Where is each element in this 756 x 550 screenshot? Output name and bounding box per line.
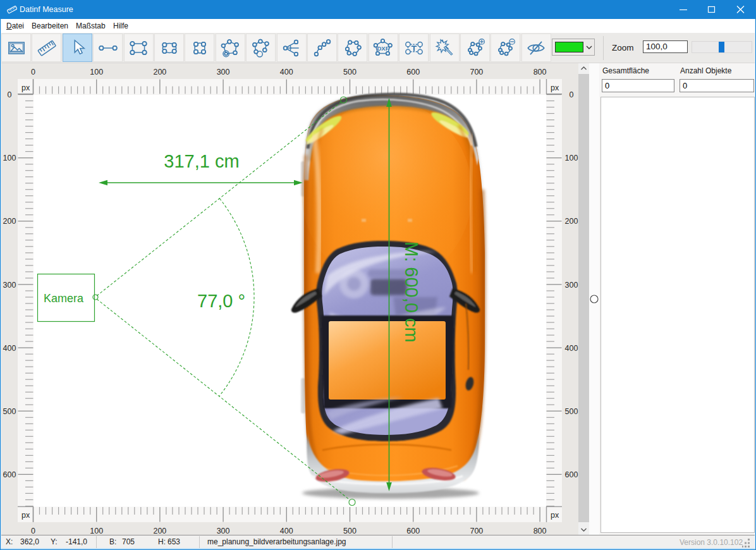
svg-text:300: 300: [217, 68, 230, 76]
svg-text:400: 400: [280, 68, 293, 76]
svg-text:100: 100: [90, 527, 103, 535]
svg-text:px: px: [21, 511, 30, 520]
svg-text:800: 800: [533, 68, 547, 76]
svg-text:600: 600: [565, 470, 578, 479]
svg-text:Kamera: Kamera: [44, 292, 84, 305]
svg-text:px: px: [551, 511, 559, 520]
svg-text:400: 400: [565, 344, 578, 353]
svg-text:200: 200: [565, 217, 578, 226]
svg-text:200: 200: [153, 527, 166, 535]
svg-text:300: 300: [3, 281, 16, 290]
svg-text:400: 400: [3, 344, 16, 353]
svg-text:0: 0: [570, 90, 574, 99]
svg-text:px: px: [551, 83, 559, 92]
svg-text:px: px: [21, 83, 30, 92]
svg-text:500: 500: [565, 407, 578, 416]
svg-text:500: 500: [343, 68, 357, 76]
svg-text:500: 500: [343, 527, 357, 535]
svg-text:100: 100: [3, 154, 16, 162]
svg-text:400: 400: [280, 527, 293, 535]
svg-text:0: 0: [8, 90, 12, 99]
svg-text:700: 700: [470, 68, 483, 76]
svg-text:77,0 °: 77,0 °: [197, 291, 245, 311]
svg-text:200: 200: [153, 68, 166, 76]
svg-text:300: 300: [217, 527, 230, 535]
svg-text:600: 600: [3, 470, 16, 479]
svg-text:700: 700: [470, 527, 483, 535]
svg-text:600: 600: [406, 527, 420, 535]
svg-text:DXF: DXF: [377, 44, 389, 51]
svg-text:100: 100: [90, 68, 103, 76]
svg-text:317,1 cm: 317,1 cm: [164, 151, 239, 171]
svg-text:M: 600,0 cm: M: 600,0 cm: [401, 241, 422, 343]
svg-text:300: 300: [565, 281, 578, 290]
svg-text:800: 800: [533, 527, 547, 535]
svg-text:100: 100: [565, 154, 578, 162]
svg-text:600: 600: [406, 68, 420, 76]
svg-text:200: 200: [3, 217, 16, 226]
svg-text:0: 0: [31, 68, 35, 76]
svg-text:0: 0: [31, 527, 35, 535]
svg-text:500: 500: [3, 407, 16, 416]
